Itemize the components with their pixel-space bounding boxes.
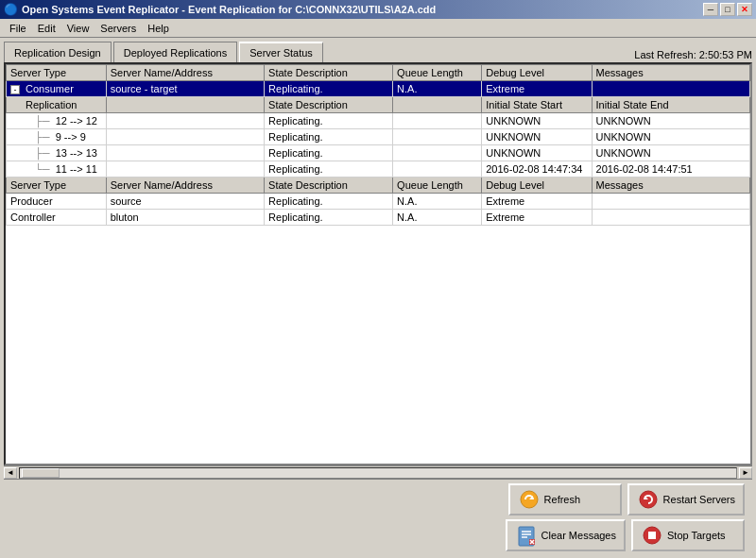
controller-messages bbox=[592, 210, 749, 226]
controller-state-desc: Replicating. bbox=[265, 210, 393, 226]
controller-queue-length: N.A. bbox=[393, 210, 482, 226]
col2-debug-level: Debug Level bbox=[482, 178, 592, 194]
stop-targets-label: Stop Targets bbox=[667, 530, 726, 541]
bottom-bar: Refresh Restart Servers bbox=[4, 479, 752, 554]
rep-name-1: ├─ 9 --> 9 bbox=[7, 129, 107, 145]
stop-targets-button[interactable]: Stop Targets bbox=[631, 519, 745, 551]
clear-icon bbox=[515, 524, 538, 547]
consumer-server-name: source - target bbox=[106, 81, 264, 97]
menu-file[interactable]: File bbox=[4, 22, 32, 35]
producer-messages bbox=[592, 194, 749, 210]
producer-debug-level: Extreme bbox=[482, 194, 592, 210]
producer-server-type: Producer bbox=[7, 194, 107, 210]
rep-name-3: └─ 11 --> 11 bbox=[7, 161, 107, 178]
rep-start-0: UNKNOWN bbox=[482, 113, 592, 129]
controller-server-name: bluton bbox=[106, 210, 264, 226]
scroll-left-button[interactable]: ◄ bbox=[4, 467, 17, 479]
consumer-row[interactable]: - Consumer source - target Replicating. … bbox=[7, 81, 750, 97]
controller-server-type: Controller bbox=[7, 210, 107, 226]
col-server-name: Server Name/Address bbox=[106, 65, 264, 81]
scroll-right-button[interactable]: ► bbox=[739, 467, 752, 479]
title-bar-buttons: ─ □ ✕ bbox=[703, 3, 752, 16]
menu-help[interactable]: Help bbox=[142, 22, 175, 35]
menu-servers[interactable]: Servers bbox=[94, 22, 142, 35]
refresh-button[interactable]: Refresh bbox=[508, 483, 622, 516]
tab-bar: Replication Design Deployed Replications… bbox=[4, 42, 752, 62]
server-table-1: Server Type Server Name/Address State De… bbox=[6, 64, 750, 226]
replication-row-0[interactable]: ├─ 12 --> 12 Replicating. UNKNOWN UNKNOW… bbox=[7, 113, 750, 129]
rep-header-initial-start: Initial State Start bbox=[482, 97, 592, 113]
tab-replication-design[interactable]: Replication Design bbox=[4, 42, 112, 62]
minimize-button[interactable]: ─ bbox=[703, 3, 718, 16]
stop-icon bbox=[641, 524, 663, 547]
maximize-button[interactable]: □ bbox=[720, 3, 735, 16]
col2-server-type: Server Type bbox=[7, 178, 107, 194]
producer-state-desc: Replicating. bbox=[265, 194, 393, 210]
replication-row-3[interactable]: └─ 11 --> 11 Replicating. 2016-02-08 14:… bbox=[7, 161, 750, 178]
rep-end-2: UNKNOWN bbox=[592, 145, 749, 161]
producer-row[interactable]: Producer source Replicating. N.A. Extrem… bbox=[7, 194, 750, 210]
producer-queue-length: N.A. bbox=[393, 194, 482, 210]
rep-end-3: 2016-02-08 14:47:51 bbox=[592, 161, 749, 178]
rep-name-2: ├─ 13 --> 13 bbox=[7, 145, 107, 161]
rep-state-3: Replicating. bbox=[265, 161, 393, 178]
consumer-debug-level: Extreme bbox=[482, 81, 592, 97]
title-bar-left: 🔵 Open Systems Event Replicator - Event … bbox=[4, 3, 436, 16]
menu-view[interactable]: View bbox=[61, 22, 95, 35]
rep-header-name: Replication bbox=[7, 97, 107, 113]
replication-header-row: Replication State Description Initial St… bbox=[7, 97, 750, 113]
restart-servers-label: Restart Servers bbox=[663, 494, 735, 505]
rep-header-empty2 bbox=[393, 97, 482, 113]
horizontal-scrollbar[interactable]: ◄ ► bbox=[4, 465, 752, 479]
rep-end-0: UNKNOWN bbox=[592, 113, 749, 129]
title-bar: 🔵 Open Systems Event Replicator - Event … bbox=[0, 0, 756, 19]
rep-start-1: UNKNOWN bbox=[482, 129, 592, 145]
main-content: Replication Design Deployed Replications… bbox=[0, 38, 756, 558]
clear-messages-button[interactable]: Clear Messages bbox=[506, 519, 626, 551]
col-queue-length: Queue Length bbox=[393, 65, 482, 81]
rep-state-0: Replicating. bbox=[265, 113, 393, 129]
scrollbar-track[interactable] bbox=[19, 467, 737, 479]
rep-header-initial-end: Initial State End bbox=[592, 97, 749, 113]
consumer-messages bbox=[592, 81, 749, 97]
rep-name-0: ├─ 12 --> 12 bbox=[7, 113, 107, 129]
rep-header-state: State Description bbox=[265, 97, 393, 113]
col2-server-name: Server Name/Address bbox=[106, 178, 264, 194]
refresh-label: Refresh bbox=[544, 494, 581, 505]
clear-messages-label: Clear Messages bbox=[541, 530, 616, 541]
controller-row[interactable]: Controller bluton Replicating. N.A. Extr… bbox=[7, 210, 750, 226]
consumer-queue-length: N.A. bbox=[393, 81, 482, 97]
col2-queue-length: Queue Length bbox=[393, 178, 482, 194]
close-button[interactable]: ✕ bbox=[737, 3, 752, 16]
rep-header-empty bbox=[106, 97, 264, 113]
replication-row-1[interactable]: ├─ 9 --> 9 Replicating. UNKNOWN UNKNOWN bbox=[7, 129, 750, 145]
menu-bar: File Edit View Servers Help bbox=[0, 19, 756, 38]
rep-state-2: Replicating. bbox=[265, 145, 393, 161]
table1-header-row: Server Type Server Name/Address State De… bbox=[7, 65, 750, 81]
app-icon: 🔵 bbox=[4, 3, 18, 16]
col-debug-level: Debug Level bbox=[482, 65, 592, 81]
menu-edit[interactable]: Edit bbox=[32, 22, 61, 35]
replication-row-2[interactable]: ├─ 13 --> 13 Replicating. UNKNOWN UNKNOW… bbox=[7, 145, 750, 161]
title-bar-text: Open Systems Event Replicator - Event Re… bbox=[22, 4, 436, 15]
rep-start-2: UNKNOWN bbox=[482, 145, 592, 161]
consumer-state-desc: Replicating. bbox=[265, 81, 393, 97]
last-refresh-label: Last Refresh: 2:50:53 PM bbox=[634, 49, 752, 62]
expand-icon[interactable]: - bbox=[10, 85, 20, 94]
col-state-desc: State Description bbox=[265, 65, 393, 81]
rep-end-1: UNKNOWN bbox=[592, 129, 749, 145]
svg-rect-12 bbox=[648, 532, 656, 539]
refresh-icon bbox=[518, 488, 541, 511]
tab-server-status[interactable]: Server Status bbox=[239, 42, 323, 62]
server-table2-header-row: Server Type Server Name/Address State De… bbox=[7, 178, 750, 194]
bottom-button-row: Clear Messages Stop Targets bbox=[506, 519, 745, 551]
restart-servers-button[interactable]: Restart Servers bbox=[627, 483, 745, 516]
rep-start-3: 2016-02-08 14:47:34 bbox=[482, 161, 592, 178]
tab-deployed-replications[interactable]: Deployed Replications bbox=[113, 42, 237, 62]
top-button-row: Refresh Restart Servers bbox=[508, 483, 745, 516]
producer-server-name: source bbox=[106, 194, 264, 210]
scrollbar-thumb[interactable] bbox=[22, 468, 60, 478]
restart-icon bbox=[637, 488, 660, 511]
content-panel: Server Type Server Name/Address State De… bbox=[4, 62, 752, 465]
col2-state-desc: State Description bbox=[265, 178, 393, 194]
